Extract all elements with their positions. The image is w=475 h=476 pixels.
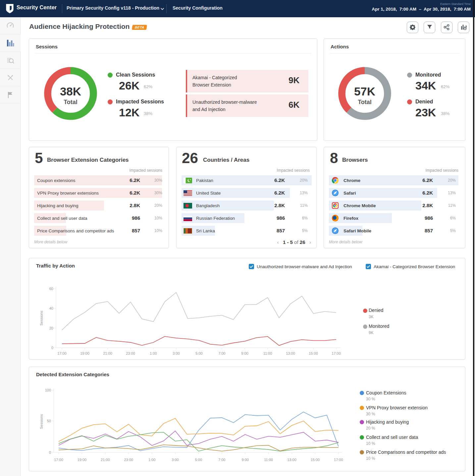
svg-text:21:00: 21:00 (101, 458, 110, 462)
svg-text:20: 20 (49, 326, 53, 330)
svg-text:23:00: 23:00 (126, 351, 135, 355)
svg-text:0: 0 (51, 346, 53, 350)
svg-text:7:00: 7:00 (218, 351, 225, 355)
svg-text:7:00: 7:00 (218, 458, 225, 462)
svg-text:17:00: 17:00 (332, 351, 341, 355)
svg-text:100: 100 (45, 388, 51, 392)
svg-text:21:00: 21:00 (103, 351, 112, 355)
svg-text:1:00: 1:00 (150, 351, 157, 355)
svg-text:9:00: 9:00 (241, 351, 248, 355)
svg-text:40: 40 (49, 306, 53, 310)
svg-text:19:00: 19:00 (78, 458, 87, 462)
svg-text:3:00: 3:00 (173, 351, 180, 355)
svg-text:5:00: 5:00 (195, 458, 202, 462)
svg-text:0: 0 (49, 450, 51, 454)
svg-text:1:00: 1:00 (148, 458, 155, 462)
svg-text:17:00: 17:00 (54, 458, 63, 462)
svg-text:17:00: 17:00 (57, 351, 67, 355)
svg-text:17:00: 17:00 (334, 458, 343, 462)
svg-text:11:00: 11:00 (263, 351, 272, 355)
svg-text:50: 50 (47, 419, 51, 423)
svg-text:23:00: 23:00 (124, 458, 133, 462)
svg-text:3:00: 3:00 (172, 458, 179, 462)
svg-text:5:00: 5:00 (195, 351, 202, 355)
svg-text:13:00: 13:00 (287, 458, 296, 462)
svg-text:15:00: 15:00 (309, 351, 318, 355)
svg-text:15:00: 15:00 (311, 458, 320, 462)
svg-text:11:00: 11:00 (264, 458, 273, 462)
svg-text:9:00: 9:00 (241, 458, 248, 462)
svg-text:19:00: 19:00 (80, 351, 89, 355)
svg-text:13:00: 13:00 (286, 351, 295, 355)
svg-text:60: 60 (49, 287, 53, 291)
